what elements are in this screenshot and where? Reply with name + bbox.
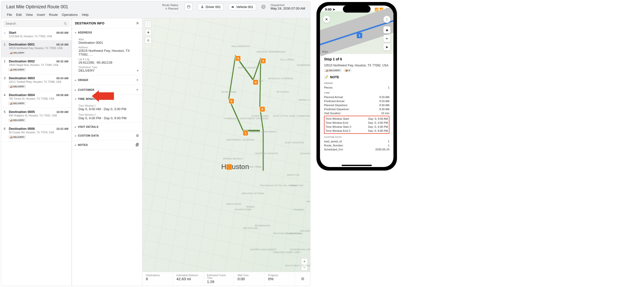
close-icon[interactable]: ✕ (323, 16, 330, 23)
add-icon[interactable]: ＋ (136, 78, 139, 82)
svg-point-5 (64, 22, 66, 24)
detail-row: load_assist_id:1 (324, 139, 389, 143)
map-label: GOLDEN ACRES (300, 230, 310, 232)
map-marker[interactable]: 4 (253, 80, 258, 85)
gear-icon[interactable]: ⚙ (295, 272, 310, 286)
search-input[interactable] (6, 22, 64, 25)
chevron-down-icon[interactable]: ▾ (137, 69, 139, 72)
map-label: FALL CREEK (280, 58, 294, 61)
menu-help[interactable]: Help (82, 13, 89, 17)
driver-pill[interactable]: Driver 001 (198, 4, 223, 10)
svg-point-4 (262, 5, 265, 9)
search-bar[interactable] (3, 20, 69, 27)
search-icon (64, 22, 67, 25)
add-icon[interactable]: ＋ (136, 88, 139, 92)
more-icon[interactable]: ⋮ (383, 16, 390, 23)
map-label: NORTHWEST HOUSTON (226, 139, 254, 141)
map-label: Cloverleaf (300, 152, 310, 155)
map-view[interactable]: ⛶ ◈ ◎ Huston + − Destinations6Estimated … (142, 18, 310, 286)
detail-row: Route_Number:1 (324, 143, 389, 147)
map-label: Deer P (307, 200, 310, 203)
detail-row: Planned Arrival:9:20 AM (324, 95, 389, 99)
map-label: ACRES HOMES (252, 115, 269, 117)
summary-cell: Estimated Distance42.63 mi (173, 272, 203, 286)
map-label: Hunters Creek Village (238, 166, 262, 168)
stop-item[interactable]: ⌂ Start 09:00 AM 1219 Bell St, Houston, … (1, 29, 71, 40)
desktop-app: Last Mile Optimized Route 001 Route Stat… (1, 1, 310, 286)
stop-item[interactable]: 6 Destination 0006 10:22 AM 20 Cooper Rd… (1, 125, 71, 142)
detail-row: Predicted Arrival:9:20 AM (324, 99, 389, 103)
stop-item[interactable]: 5 Destination 0005 10:09 AM 830 Hodgkins… (1, 108, 71, 125)
center-icon[interactable]: ⌖ (383, 35, 390, 42)
section-time-windows[interactable]: ▾TIME WINDOWS (72, 95, 142, 103)
stop-item[interactable]: 2 Destination 0002 09:32 AM 10041 Regal … (1, 57, 71, 74)
panel-title: DESTINATION INFO (75, 22, 136, 25)
map-marker[interactable]: 1 (243, 131, 248, 136)
map-label: The Museum of Fine Arts, Houston (260, 184, 297, 187)
route-summary-bar: Destinations6Estimated Distance42.63 miE… (142, 272, 310, 286)
route-status: Route Status Planned (162, 3, 178, 11)
fullscreen-icon[interactable]: ⛶ (145, 21, 151, 27)
close-icon[interactable]: ✕ (136, 21, 139, 26)
stops-sidebar: ⌂ Start 09:00 AM 1219 Bell St, Houston, … (1, 18, 72, 286)
summary-cell: Estimated Travel Time1:26 (204, 272, 234, 286)
note-icon[interactable]: 🗐 (136, 143, 139, 147)
home-indicator[interactable] (342, 165, 372, 166)
section-address[interactable]: ▾ADDRESS (72, 28, 142, 36)
menu-route[interactable]: Route (49, 13, 58, 17)
detail-row: Scheduled_For:2030-05-24 (324, 147, 389, 151)
svg-point-3 (233, 7, 234, 8)
map-label: EAST HOUSTON (285, 141, 304, 144)
section-order[interactable]: ▸ORDER＋ (72, 75, 142, 85)
map-label: South Houston (287, 232, 303, 235)
section-customer[interactable]: ▸CUSTOMER＋ (72, 85, 142, 95)
topbar: Last Mile Optimized Route 001 Route Stat… (1, 1, 310, 18)
map-label: FAIRBANKS / NORTHWEST CROSSING (225, 117, 269, 120)
zoom-in[interactable]: + (301, 258, 307, 264)
svg-point-2 (232, 7, 232, 8)
map-marker[interactable]: 6 (260, 107, 265, 112)
map-label: WESTCHASE (226, 203, 242, 205)
svg-rect-0 (187, 6, 190, 8)
layers-icon[interactable]: ◈ (383, 26, 390, 33)
menu-operations[interactable]: Operations (62, 13, 78, 17)
calendar-button[interactable] (185, 3, 193, 11)
map-label: Sheldon Lake State Park & Environmental … (298, 99, 310, 101)
menu-edit[interactable]: Edit (16, 13, 22, 17)
section-notes[interactable]: ▸NOTES🗐 (72, 140, 142, 149)
stop-item[interactable]: 3 Destination 0003 09:43 AM 15211 Tombal… (1, 74, 71, 91)
section-visit-details[interactable]: ▸VISIT DETAILS (72, 123, 142, 131)
map-marker[interactable]: 5 (261, 58, 266, 63)
layers-icon[interactable]: ◈ (145, 29, 151, 35)
map-label: GREATER GREENSPOINT (257, 51, 286, 53)
map-pin-1[interactable]: 1 (357, 33, 362, 38)
phone-map[interactable]: 1 ✕ ⋮ ◈ ⌖ ➤ Maps (320, 11, 393, 54)
gear-icon[interactable]: ⚙ (136, 134, 139, 138)
locate-icon[interactable]: ➤ (383, 44, 390, 51)
menu-file[interactable]: File (7, 13, 12, 17)
map-label: SUMMERWOOD (297, 64, 310, 66)
map-label: BRAESWOOD (255, 224, 270, 227)
phone-detail-body[interactable]: Stop 1 of 6 10515 Northwest Fwy, Houston… (320, 54, 393, 163)
stop-item[interactable]: 1 Destination 0001 09:19 AM 10515 Northw… (1, 40, 71, 57)
map-label: Pasadena (293, 208, 304, 211)
target-icon[interactable]: ◎ (145, 37, 151, 44)
dispatched-info: Dispatched May 24, 2030 07:00 AM (271, 4, 305, 10)
map-marker[interactable]: 2 (229, 99, 234, 104)
menu-insert[interactable]: Insert (37, 13, 45, 17)
phone-badges: 🚚 DELIVERY📦 6 (324, 69, 389, 72)
menu-view[interactable]: View (26, 13, 33, 17)
menubar: File Edit View Insert Route Operations H… (6, 11, 305, 18)
map-marker[interactable]: 3 (235, 56, 240, 61)
vehicle-pill[interactable]: Vehicle 001 (228, 4, 256, 10)
detail-row: Planned Departure:9:30 AM (324, 103, 389, 107)
detail-row: Time Window End:Day: 0, 3:00 PM (326, 121, 388, 125)
detail-row: Time Window Start 2:Day: 0, 4:00 PM (326, 125, 388, 129)
summary-cell: Wait Time0:00 (234, 272, 264, 286)
dispatched-icon (261, 5, 266, 9)
stop-item[interactable]: 4 Destination 0004 09:58 AM 792 Turney D… (1, 91, 71, 108)
note-button[interactable]: 📝 NOTE (324, 75, 389, 79)
phone-address: 10515 Northwest Fwy, Houston, TX 77092, … (324, 64, 389, 67)
map-label: WILLOWBROOK (231, 45, 250, 48)
section-custom-data[interactable]: ▸CUSTOM DATA⚙ (72, 131, 142, 140)
